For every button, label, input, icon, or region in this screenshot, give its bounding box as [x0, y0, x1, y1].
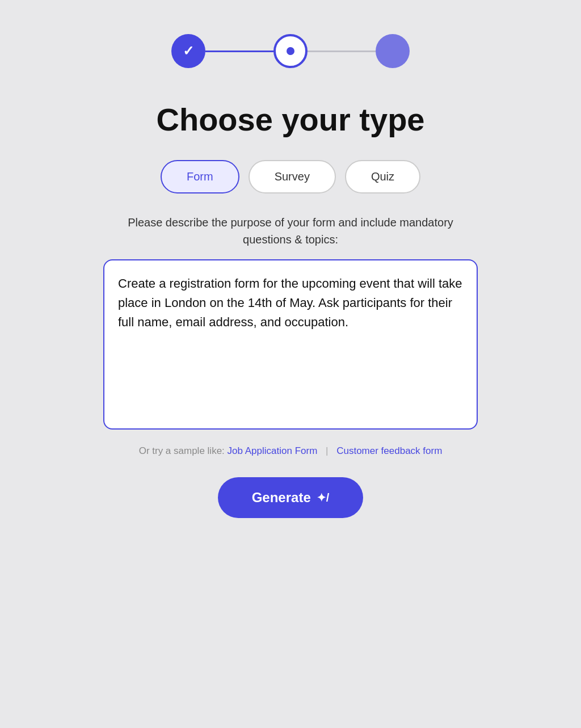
- purpose-textarea[interactable]: [103, 259, 478, 430]
- page-container: ✓ Choose your type Form Survey Quiz Plea…: [103, 34, 478, 518]
- sample-link-job[interactable]: Job Application Form: [228, 445, 318, 456]
- generate-button[interactable]: Generate ✦/: [218, 477, 364, 518]
- checkmark-icon: ✓: [183, 43, 194, 59]
- pipe-divider: |: [326, 445, 328, 456]
- step-2-circle: [273, 34, 308, 68]
- generate-icon: ✦/: [317, 491, 330, 504]
- generate-label: Generate: [252, 490, 311, 506]
- type-btn-quiz[interactable]: Quiz: [345, 160, 420, 193]
- description-text: Please describe the purpose of your form…: [103, 214, 478, 248]
- step-dot: [287, 47, 294, 55]
- page-title: Choose your type: [157, 102, 425, 137]
- step-1-circle: ✓: [171, 34, 205, 68]
- sample-link-feedback[interactable]: Customer feedback form: [336, 445, 442, 456]
- sample-prefix: Or try a sample like:: [139, 445, 225, 456]
- type-selector: Form Survey Quiz: [161, 160, 420, 193]
- type-btn-survey[interactable]: Survey: [249, 160, 336, 193]
- textarea-container: [103, 259, 478, 432]
- step-indicator: ✓: [171, 34, 410, 68]
- sample-links: Or try a sample like: Job Application Fo…: [139, 445, 443, 457]
- step-line-2: [308, 51, 376, 52]
- type-btn-form[interactable]: Form: [161, 160, 239, 193]
- step-3-circle: [376, 34, 410, 68]
- step-line-1: [205, 51, 273, 52]
